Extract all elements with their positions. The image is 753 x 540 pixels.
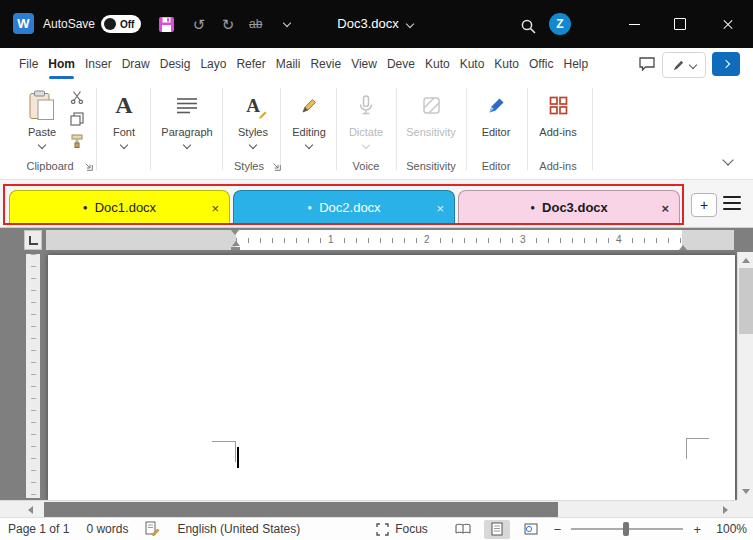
comment-icon — [638, 56, 656, 72]
maximize-button[interactable] — [657, 0, 703, 48]
editing-button[interactable]: Editing — [286, 86, 332, 148]
vertical-ruler[interactable] — [26, 254, 40, 498]
scroll-down-icon[interactable] — [742, 489, 750, 494]
page-indicator[interactable]: Page 1 of 1 — [8, 522, 69, 536]
tab-home[interactable]: Hom — [43, 48, 80, 80]
paste-button[interactable]: Paste — [20, 86, 64, 148]
scroll-left-icon[interactable] — [28, 506, 33, 514]
paragraph-lines-icon — [177, 86, 197, 124]
tab-insert[interactable]: Inser — [80, 48, 117, 80]
text-boundary-mark-left — [212, 441, 236, 462]
close-tab-icon[interactable]: × — [436, 200, 444, 215]
font-button[interactable]: A Font — [102, 86, 146, 148]
comments-button[interactable] — [634, 48, 660, 80]
tab-draw[interactable]: Draw — [117, 48, 155, 80]
save-button[interactable] — [156, 14, 176, 34]
tab-layout[interactable]: Layo — [195, 48, 231, 80]
tab-kutools-ai[interactable]: Kuto — [489, 48, 524, 80]
tab-review[interactable]: Revie — [305, 48, 346, 80]
vertical-scroll-thumb[interactable] — [739, 268, 753, 334]
web-layout-button[interactable] — [518, 520, 544, 539]
share-button[interactable] — [712, 52, 740, 76]
ruler-active-area: 1 2 3 4 — [236, 230, 682, 250]
collapse-ribbon-chevron-icon[interactable] — [722, 154, 733, 165]
sensitivity-label: Sensitivity — [406, 126, 456, 138]
horizontal-ruler[interactable]: 1 2 3 4 — [46, 230, 734, 250]
ribbon-tab-row: File Hom Inser Draw Desig Layo Refer Mai… — [0, 48, 753, 80]
horizontal-scroll-thumb[interactable] — [44, 502, 558, 517]
word-count[interactable]: 0 words — [86, 522, 128, 536]
cut-icon[interactable] — [70, 90, 84, 104]
document-page[interactable] — [48, 255, 735, 500]
close-tab-icon[interactable]: × — [661, 200, 669, 215]
right-indent-marker[interactable] — [679, 245, 687, 250]
paragraph-button[interactable]: Paragraph — [158, 86, 216, 148]
clipboard-dialog-launcher-icon[interactable] — [84, 162, 93, 171]
format-painter-icon[interactable] — [70, 134, 84, 148]
editor-button[interactable]: Editor — [471, 86, 521, 138]
close-tab-icon[interactable]: × — [211, 200, 219, 215]
tab-color-bullet: ● — [307, 204, 312, 212]
sensitivity-button: Sensitivity — [400, 86, 462, 138]
chevron-down-icon — [689, 61, 697, 69]
first-line-indent-marker[interactable] — [231, 230, 239, 235]
tab-stop-selector[interactable] — [24, 230, 42, 250]
print-layout-button[interactable] — [484, 520, 510, 539]
read-mode-button[interactable] — [450, 520, 476, 539]
zoom-slider[interactable] — [571, 521, 683, 537]
tab-menu-button[interactable] — [723, 196, 741, 210]
addins-grid-icon — [549, 86, 568, 124]
horizontal-scrollbar[interactable] — [0, 500, 737, 517]
search-button[interactable] — [518, 16, 538, 36]
language-indicator[interactable]: English (United States) — [177, 522, 300, 536]
minimize-button[interactable] — [611, 0, 657, 48]
tab-design[interactable]: Desig — [155, 48, 196, 80]
font-letter-icon: A — [115, 93, 132, 117]
word-logo-icon[interactable]: W — [13, 13, 34, 34]
proofing-status-icon[interactable] — [145, 521, 160, 537]
vertical-scrollbar[interactable] — [737, 252, 753, 500]
tab-developer[interactable]: Deve — [382, 48, 420, 80]
undo-button[interactable]: ↺ — [189, 14, 209, 34]
tab-kutools-plus[interactable]: Kuto — [455, 48, 490, 80]
pen-icon — [672, 59, 685, 72]
group-styles-label: Styles — [228, 160, 270, 172]
tab-file[interactable]: File — [14, 48, 43, 80]
redo-button[interactable]: ↻ — [218, 14, 238, 34]
styles-dialog-launcher-icon[interactable] — [272, 162, 281, 171]
doc-tab-label: Doc1.docx — [95, 200, 156, 215]
doc-tab[interactable]: ● Doc1.docx × — [9, 190, 230, 224]
tab-mailings[interactable]: Maili — [271, 48, 306, 80]
document-title-menu[interactable]: Doc3.docx — [285, 16, 465, 31]
account-avatar[interactable]: Z — [549, 13, 571, 35]
zoom-level[interactable]: 100% — [711, 522, 747, 536]
styles-button[interactable]: A Styles — [228, 86, 278, 148]
editing-mode-button[interactable] — [662, 52, 706, 78]
new-document-tab-button[interactable]: + — [691, 193, 717, 217]
hamburger-icon — [723, 208, 741, 210]
autosave-toggle[interactable]: Off — [101, 15, 141, 33]
addins-button[interactable]: Add-ins — [531, 86, 585, 138]
tab-view[interactable]: View — [346, 48, 382, 80]
tab-office-tab[interactable]: Offic — [524, 48, 558, 80]
zoom-out-button[interactable]: − — [552, 522, 564, 537]
focus-label: Focus — [395, 522, 428, 536]
tab-kutools[interactable]: Kuto — [420, 48, 455, 80]
doc-tab[interactable]: ● Doc2.docx × — [233, 190, 455, 224]
focus-button[interactable]: Focus — [376, 522, 428, 536]
strikethrough-button[interactable]: ab — [249, 17, 262, 31]
text-cursor — [237, 447, 239, 468]
scrollbar-corner — [737, 500, 753, 517]
doc-tab[interactable]: ● Doc3.docx × — [458, 190, 680, 224]
scroll-right-icon[interactable] — [723, 506, 728, 514]
tab-help[interactable]: Help — [558, 48, 593, 80]
copy-icon[interactable] — [70, 112, 84, 126]
close-button[interactable] — [703, 0, 753, 48]
ruler-row: 1 2 3 4 — [0, 228, 753, 252]
group-voice-label: Voice — [341, 160, 391, 172]
zoom-thumb[interactable] — [623, 522, 629, 536]
zoom-in-button[interactable]: + — [691, 522, 703, 537]
hanging-indent-marker[interactable] — [231, 241, 240, 250]
tab-references[interactable]: Refer — [231, 48, 270, 80]
scroll-up-icon[interactable] — [742, 258, 750, 263]
